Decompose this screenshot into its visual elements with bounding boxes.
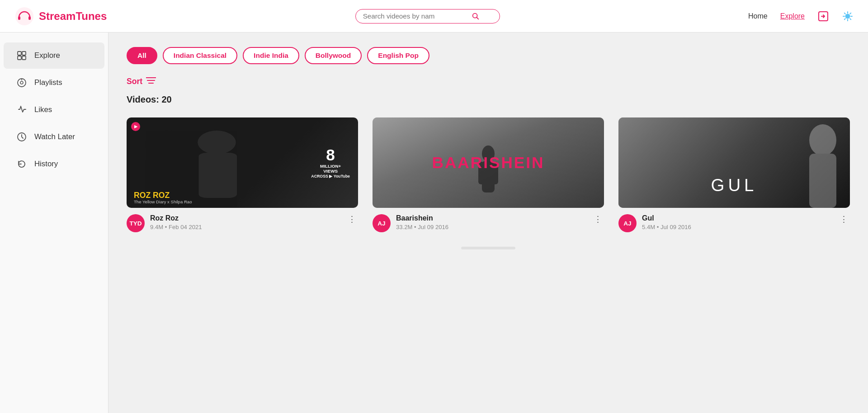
watch-later-icon xyxy=(16,132,27,142)
sort-label[interactable]: Sort xyxy=(127,77,142,86)
more-button-roz-roz[interactable]: ⋮ xyxy=(346,214,358,225)
explore-icon xyxy=(16,51,27,61)
layout: Explore Playlists Likes xyxy=(0,33,868,413)
search-button[interactable] xyxy=(472,12,480,20)
search-icon xyxy=(472,12,480,20)
video-info-roz-roz: Roz Roz 9.4M • Feb 04 2021 xyxy=(150,214,340,230)
topnav: StreamTunes Home Explore xyxy=(0,0,868,33)
avatar-aj-baarishein: AJ xyxy=(373,214,391,232)
logo-icon xyxy=(14,6,34,26)
sidebar-item-likes[interactable]: Likes xyxy=(4,97,104,123)
login-icon xyxy=(817,10,829,22)
svg-point-26 xyxy=(146,131,192,158)
sidebar-item-history[interactable]: History xyxy=(4,151,104,177)
sun-icon xyxy=(842,10,854,22)
svg-point-28 xyxy=(198,131,236,154)
svg-rect-29 xyxy=(199,153,237,198)
videos-count: Videos: 20 xyxy=(127,94,850,105)
roz-roz-thumb-title: ROZ ROZ xyxy=(134,191,170,200)
svg-point-6 xyxy=(845,14,850,19)
video-meta-roz-roz: TYD Roz Roz 9.4M • Feb 04 2021 ⋮ xyxy=(127,214,358,232)
svg-point-34 xyxy=(809,124,836,156)
sidebar-item-playlists-label: Playlists xyxy=(34,78,62,87)
logo-text: StreamTunes xyxy=(39,10,107,23)
filter-english-pop[interactable]: English Pop xyxy=(367,47,429,64)
svg-rect-17 xyxy=(18,56,21,60)
video-info-gul: Gul 5.4M • Jul 09 2016 xyxy=(642,214,832,230)
svg-rect-35 xyxy=(809,154,836,208)
video-card-gul: GUL AJ Gul 5.4M • Jul 09 2016 ⋮ xyxy=(618,117,850,232)
main-content: All Indian Classical Indie India Bollywo… xyxy=(108,33,868,413)
sidebar-item-explore-label: Explore xyxy=(34,51,60,60)
svg-point-20 xyxy=(20,81,23,84)
video-title-roz-roz: Roz Roz xyxy=(150,214,340,222)
gul-thumb-text: GUL xyxy=(711,175,758,195)
gul-figure xyxy=(796,117,841,208)
roz-roz-views: 8 MILLION+VIEWSACROSS ▶ YouTube xyxy=(311,146,350,178)
sidebar-item-watch-later[interactable]: Watch Later xyxy=(4,124,104,150)
video-title-gul: Gul xyxy=(642,214,832,222)
history-icon xyxy=(16,159,27,169)
filter-indie-india[interactable]: Indie India xyxy=(243,47,299,64)
avatar-aj-gul: AJ xyxy=(618,214,637,232)
nav-links: Home Explore xyxy=(748,10,854,22)
playlists-icon xyxy=(16,78,27,88)
svg-rect-18 xyxy=(22,56,26,60)
sidebar: Explore Playlists Likes xyxy=(0,33,108,413)
filter-bollywood[interactable]: Bollywood xyxy=(305,47,362,64)
video-stats-roz-roz: 9.4M • Feb 04 2021 xyxy=(150,224,340,230)
sort-row: Sort xyxy=(127,77,850,86)
svg-rect-1 xyxy=(18,16,20,20)
svg-line-4 xyxy=(476,17,478,19)
svg-line-14 xyxy=(844,19,845,19)
svg-rect-15 xyxy=(18,52,21,55)
scroll-indicator xyxy=(461,247,515,249)
svg-rect-2 xyxy=(28,16,31,20)
roz-roz-thumb-sub: The Yellow Diary x Shilpa Rao xyxy=(134,199,192,204)
video-thumb-roz-roz[interactable]: ▶ 8 MILLION+VIEWSACROSS ▶ YouTube ROZ RO… xyxy=(127,117,358,208)
nav-home[interactable]: Home xyxy=(748,12,768,20)
svg-rect-16 xyxy=(22,52,26,55)
baarishein-thumb-text: BAARISHEIN xyxy=(432,154,545,172)
more-button-baarishein[interactable]: ⋮ xyxy=(592,214,604,225)
sidebar-item-explore[interactable]: Explore xyxy=(4,42,104,69)
login-button[interactable] xyxy=(817,10,829,22)
roz-roz-badge: ▶ xyxy=(131,122,140,131)
video-meta-gul: AJ Gul 5.4M • Jul 09 2016 ⋮ xyxy=(618,214,850,232)
video-stats-baarishein: 33.2M • Jul 09 2016 xyxy=(396,224,586,230)
sidebar-item-playlists[interactable]: Playlists xyxy=(4,70,104,96)
video-thumb-gul[interactable]: GUL xyxy=(618,117,850,208)
avatar-tyd: TYD xyxy=(127,214,145,232)
logo: StreamTunes xyxy=(14,6,107,26)
svg-line-11 xyxy=(844,13,845,14)
likes-icon xyxy=(16,105,27,115)
sidebar-item-watch-later-label: Watch Later xyxy=(34,132,75,141)
filter-indian-classical[interactable]: Indian Classical xyxy=(163,47,237,64)
video-stats-gul: 5.4M • Jul 09 2016 xyxy=(642,224,832,230)
search-input[interactable] xyxy=(363,12,472,20)
search-bar xyxy=(355,9,500,23)
nav-explore[interactable]: Explore xyxy=(780,12,805,20)
video-thumb-baarishein[interactable]: BAARISHEIN xyxy=(373,117,604,208)
video-card-baarishein: BAARISHEIN AJ Baarishein 33.2M • Jul 09 … xyxy=(373,117,604,232)
video-meta-baarishein: AJ Baarishein 33.2M • Jul 09 2016 ⋮ xyxy=(373,214,604,232)
video-info-baarishein: Baarishein 33.2M • Jul 09 2016 xyxy=(396,214,586,230)
svg-line-13 xyxy=(850,13,851,14)
video-title-baarishein: Baarishein xyxy=(396,214,586,222)
category-filters: All Indian Classical Indie India Bollywo… xyxy=(127,47,850,64)
sidebar-item-likes-label: Likes xyxy=(34,105,52,114)
more-button-gul[interactable]: ⋮ xyxy=(838,214,850,225)
filter-all[interactable]: All xyxy=(127,47,157,64)
sort-icon xyxy=(146,77,156,86)
sidebar-item-history-label: History xyxy=(34,160,58,169)
video-card-roz-roz: ▶ 8 MILLION+VIEWSACROSS ▶ YouTube ROZ RO… xyxy=(127,117,358,232)
video-grid: ▶ 8 MILLION+VIEWSACROSS ▶ YouTube ROZ RO… xyxy=(127,117,850,232)
theme-toggle-button[interactable] xyxy=(842,10,854,22)
svg-line-12 xyxy=(850,19,851,19)
svg-point-0 xyxy=(15,7,33,25)
